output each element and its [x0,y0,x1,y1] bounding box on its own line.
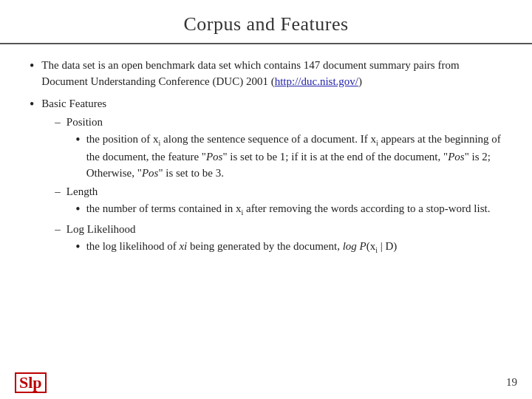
slide-footer: Slp 19 [0,372,532,393]
loglikelihood-item: – Log Likelihood • the log likelihood of… [55,222,502,256]
basic-features-label: Basic Features [41,98,106,109]
slide-header: Corpus and Features [0,0,532,44]
page-number: 19 [506,376,517,389]
position-item: – Position • the position of xi along th… [55,115,502,181]
position-text: the position of xi along the sentence se… [86,132,502,181]
position-label: Position [66,115,103,130]
footer-logo: Slp [15,372,47,393]
slide-title: Corpus and Features [30,13,502,35]
sub-dot-length: • [75,201,80,218]
slide-content: • The data set is an open benchmark data… [0,52,532,399]
length-bullet-1: • the number of terms contained in xi af… [75,201,502,219]
features-sublist: – Position • the position of xi along th… [55,115,502,256]
dash-length: – [55,184,61,200]
bullet-item-1: • The data set is an open benchmark data… [30,58,502,90]
sub-dot-loglikelihood: • [75,239,80,256]
length-label: Length [66,184,98,200]
position-header: – Position [55,115,502,130]
position-bullet-1: • the position of xi along the sentence … [75,132,502,181]
bullet-dot-2: • [30,96,34,113]
length-text: the number of terms contained in xi afte… [86,201,491,219]
slide: Corpus and Features • The data set is an… [0,0,532,399]
position-bullets: • the position of xi along the sentence … [75,132,502,181]
loglikelihood-bullet-1: • the log likelihood of xi being generat… [75,239,502,256]
bullet-text-2: Basic Features – Position • the [41,96,502,259]
bullet-item-2: • Basic Features – Position • [30,96,502,259]
sub-dot-position: • [75,132,80,149]
main-bullet-list: • The data set is an open benchmark data… [30,58,502,259]
loglikelihood-bullets: • the log likelihood of xi being generat… [75,239,502,256]
bullet1-text-before: The data set is an open benchmark data s… [41,59,459,87]
bullet1-text-after: ) [358,75,362,87]
length-item: – Length • the number of terms contained… [55,184,502,219]
dash-position: – [55,115,61,130]
bullet-text-1: The data set is an open benchmark data s… [41,58,502,90]
loglikelihood-label: Log Likelihood [66,222,136,237]
bullet-dot-1: • [30,58,34,75]
duc-link[interactable]: http://duc.nist.gov/ [275,75,358,87]
loglikelihood-text: the log likelihood of xi being generated… [86,239,398,256]
length-bullets: • the number of terms contained in xi af… [75,201,502,219]
dash-loglikelihood: – [55,222,61,237]
loglikelihood-header: – Log Likelihood [55,222,502,237]
length-header: – Length [55,184,502,200]
